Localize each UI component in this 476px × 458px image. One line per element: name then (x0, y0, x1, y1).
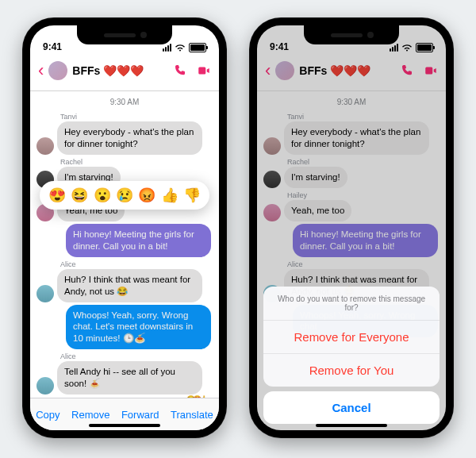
message-bubble[interactable]: Whoops! Yeah, sorry. Wrong chat. Let's m… (66, 305, 211, 350)
avatar[interactable] (36, 377, 54, 394)
message-thread[interactable]: Tanvi Hey everybody - what's the plan fo… (30, 113, 219, 408)
status-icons (163, 43, 206, 52)
message-row[interactable]: Whoops! Yeah, sorry. Wrong chat. Let's m… (36, 305, 213, 350)
status-time: 9:41 (43, 41, 62, 52)
wifi-icon (175, 44, 186, 52)
message-bubble[interactable]: Huh? I think that was meant for Andy, no… (57, 269, 202, 302)
sender-label: Tanvi (60, 113, 213, 121)
chat-header: ‹ BFFs ❤️❤️❤️ (30, 54, 219, 91)
action-sheet: Who do you want to remove this message f… (263, 287, 440, 424)
signal-icon (163, 44, 171, 52)
reaction-wow-icon[interactable]: 😮 (94, 187, 111, 204)
message-row[interactable]: Huh? I think that was meant for Andy, no… (36, 269, 213, 302)
back-button[interactable]: ‹ (38, 62, 48, 79)
screen-left: 9:41 ‹ BFFs ❤️❤️❤️ 9:30 AM Tanvi (30, 25, 219, 430)
svg-rect-0 (198, 67, 205, 75)
notch (304, 25, 399, 44)
home-indicator[interactable] (89, 424, 160, 427)
chat-title[interactable]: BFFs ❤️❤️❤️ (72, 64, 173, 77)
message-bubble[interactable]: Hey everybody - what's the plan for dinn… (57, 121, 202, 155)
sender-label: Rachel (60, 158, 213, 166)
avatar[interactable] (36, 137, 54, 155)
phone-mockup-left: 9:41 ‹ BFFs ❤️❤️❤️ 9:30 AM Tanvi (22, 17, 227, 438)
message-row[interactable]: Tell Andy hi -- see all of you soon! 🍝 (36, 361, 213, 394)
sender-label: Alice (60, 260, 213, 268)
reaction-sad-icon[interactable]: 😢 (116, 187, 133, 204)
video-call-icon[interactable] (197, 64, 211, 78)
message-row[interactable]: Hi honey! Meeting the girls for dinner. … (36, 224, 213, 257)
copy-button[interactable]: Copy (36, 409, 60, 421)
reaction-haha-icon[interactable]: 😆 (71, 187, 88, 204)
cancel-button[interactable]: Cancel (263, 391, 440, 424)
reaction-thumbs-down-icon[interactable]: 👎 (183, 187, 201, 204)
reaction-angry-icon[interactable]: 😡 (138, 187, 155, 204)
avatar[interactable] (36, 285, 54, 302)
message-bubble[interactable]: Tell Andy hi -- see all of you soon! 🍝 (57, 361, 202, 394)
audio-call-icon[interactable] (173, 64, 187, 78)
reaction-thumbs-up-icon[interactable]: 👍 (161, 187, 178, 204)
home-indicator[interactable] (316, 424, 387, 427)
forward-button[interactable]: Forward (121, 409, 159, 421)
remove-for-everyone-button[interactable]: Remove for Everyone (263, 321, 440, 354)
message-bubble-selected[interactable]: Hi honey! Meeting the girls for dinner. … (66, 224, 211, 257)
action-sheet-group: Who do you want to remove this message f… (263, 287, 440, 387)
screen-right: 9:41 ‹ BFFs ❤️❤️❤️ 9:30 AM Tanvi (257, 25, 446, 430)
remove-button[interactable]: Remove (71, 409, 109, 421)
reaction-picker[interactable]: 😍 😆 😮 😢 😡 👍 👎 (40, 181, 209, 210)
reaction-love-icon[interactable]: 😍 (48, 187, 66, 204)
translate-button[interactable]: Translate (171, 409, 213, 421)
message-row[interactable]: Hey everybody - what's the plan for dinn… (36, 121, 213, 155)
phone-mockup-right: 9:41 ‹ BFFs ❤️❤️❤️ 9:30 AM Tanvi (249, 17, 454, 438)
action-sheet-prompt: Who do you want to remove this message f… (263, 287, 440, 321)
thread-timestamp: 9:30 AM (30, 91, 219, 110)
sender-label: Alice (60, 352, 213, 360)
remove-for-you-button[interactable]: Remove for You (263, 354, 440, 387)
notch (77, 25, 172, 44)
chat-avatar[interactable] (48, 61, 67, 80)
battery-icon (189, 43, 206, 52)
